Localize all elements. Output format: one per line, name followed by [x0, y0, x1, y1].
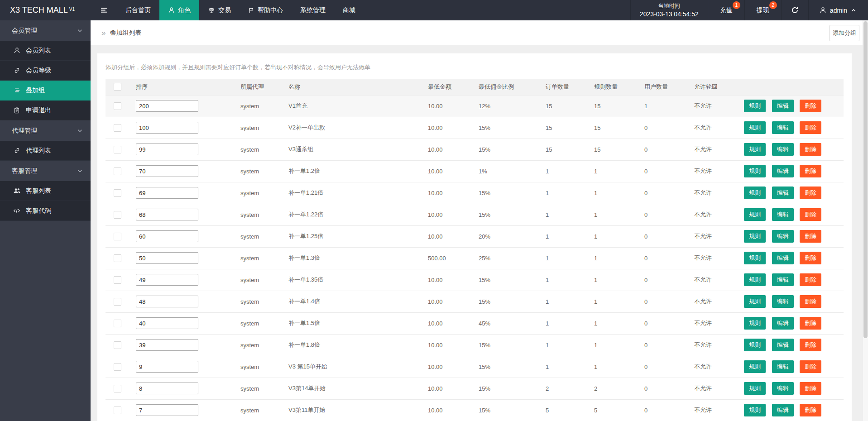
delete-button[interactable]: 删除 [800, 208, 821, 221]
sidebar-item-service-code[interactable]: 客服代码 [0, 201, 91, 221]
row-checkbox[interactable] [114, 407, 121, 414]
rule-button[interactable]: 规则 [744, 187, 766, 199]
edit-button[interactable]: 编辑 [772, 187, 794, 199]
nav-item-home[interactable]: 后台首页 [117, 0, 159, 20]
add-group-button[interactable]: 添加分组 [830, 25, 859, 41]
rule-button[interactable]: 规则 [744, 208, 766, 221]
delete-button[interactable]: 删除 [800, 382, 821, 395]
sort-input[interactable] [136, 252, 198, 264]
sidebar-group-member-mgmt[interactable]: 会员管理 [0, 20, 91, 41]
delete-button[interactable]: 删除 [800, 187, 821, 199]
edit-button[interactable]: 编辑 [772, 143, 794, 156]
rule-button[interactable]: 规则 [744, 252, 766, 264]
rule-button[interactable]: 规则 [744, 273, 766, 286]
row-checkbox[interactable] [114, 276, 121, 284]
sort-input[interactable] [136, 361, 198, 373]
row-checkbox[interactable] [114, 254, 121, 262]
nav-item-system[interactable]: 系统管理 [292, 0, 334, 20]
hamburger-icon[interactable] [91, 0, 117, 20]
edit-button[interactable]: 编辑 [772, 295, 794, 308]
row-checkbox[interactable] [114, 167, 121, 175]
sort-input[interactable] [136, 187, 198, 199]
scrollbar-thumb[interactable] [863, 21, 868, 338]
edit-button[interactable]: 编辑 [772, 273, 794, 286]
row-checkbox[interactable] [114, 146, 121, 153]
edit-button[interactable]: 编辑 [772, 121, 794, 134]
delete-button[interactable]: 删除 [800, 404, 821, 416]
row-checkbox[interactable] [114, 102, 121, 110]
rule-button[interactable]: 规则 [744, 317, 766, 330]
delete-button[interactable]: 删除 [800, 165, 821, 177]
sidebar-group-service-mgmt[interactable]: 客服管理 [0, 161, 91, 181]
withdraw-button[interactable]: 提现 2 [744, 0, 781, 20]
row-checkbox[interactable] [114, 320, 121, 327]
delete-button[interactable]: 删除 [800, 252, 821, 264]
delete-button[interactable]: 删除 [800, 273, 821, 286]
sidebar-item-stack-group[interactable]: 叠加组 [0, 81, 91, 100]
sidebar-item-member-level[interactable]: 会员等级 [0, 61, 91, 81]
row-checkbox[interactable] [114, 363, 121, 371]
refresh-icon[interactable] [781, 0, 808, 20]
sort-input[interactable] [136, 209, 198, 220]
sort-input[interactable] [136, 404, 198, 416]
rule-button[interactable]: 规则 [744, 143, 766, 156]
agent-cell: system [240, 356, 288, 378]
delete-button[interactable]: 删除 [800, 295, 821, 308]
sidebar-item-agent-list[interactable]: 代理列表 [0, 141, 91, 161]
edit-button[interactable]: 编辑 [772, 208, 794, 221]
sort-input[interactable] [136, 122, 198, 134]
sort-input[interactable] [136, 230, 198, 242]
rule-button[interactable]: 规则 [744, 295, 766, 308]
sort-input[interactable] [136, 317, 198, 329]
row-checkbox[interactable] [114, 189, 121, 197]
edit-button[interactable]: 编辑 [772, 317, 794, 330]
row-checkbox[interactable] [114, 385, 121, 392]
delete-button[interactable]: 删除 [800, 360, 821, 373]
sort-input[interactable] [136, 100, 198, 112]
edit-button[interactable]: 编辑 [772, 252, 794, 264]
row-checkbox[interactable] [114, 298, 121, 306]
rule-button[interactable]: 规则 [744, 121, 766, 134]
edit-button[interactable]: 编辑 [772, 165, 794, 177]
sort-input[interactable] [136, 274, 198, 286]
nav-item-trade[interactable]: 交易 [199, 0, 240, 20]
nav-item-role[interactable]: 角色 [159, 0, 199, 20]
rule-button[interactable]: 规则 [744, 382, 766, 395]
sort-input[interactable] [136, 144, 198, 155]
rule-button[interactable]: 规则 [744, 404, 766, 416]
nav-item-help[interactable]: 帮助中心 [240, 0, 292, 20]
rule-button[interactable]: 规则 [744, 100, 766, 112]
row-checkbox[interactable] [114, 341, 121, 349]
delete-button[interactable]: 删除 [800, 121, 821, 134]
edit-button[interactable]: 编辑 [772, 100, 794, 112]
rule-button[interactable]: 规则 [744, 165, 766, 177]
edit-button[interactable]: 编辑 [772, 382, 794, 395]
sidebar-item-member-list[interactable]: 会员列表 [0, 41, 91, 61]
sort-input[interactable] [136, 296, 198, 307]
nav-item-mall[interactable]: 商城 [334, 0, 364, 20]
row-checkbox[interactable] [114, 124, 121, 132]
rule-button[interactable]: 规则 [744, 339, 766, 351]
delete-button[interactable]: 删除 [800, 100, 821, 112]
delete-button[interactable]: 删除 [800, 339, 821, 351]
delete-button[interactable]: 删除 [800, 143, 821, 156]
edit-button[interactable]: 编辑 [772, 339, 794, 351]
recharge-button[interactable]: 充值 1 [708, 0, 744, 20]
sort-input[interactable] [136, 339, 198, 351]
edit-button[interactable]: 编辑 [772, 404, 794, 416]
admin-menu[interactable]: admin [808, 0, 868, 20]
delete-button[interactable]: 删除 [800, 230, 821, 243]
row-checkbox[interactable] [114, 233, 121, 240]
sort-input[interactable] [136, 383, 198, 394]
rule-button[interactable]: 规则 [744, 360, 766, 373]
sort-input[interactable] [136, 165, 198, 177]
delete-button[interactable]: 删除 [800, 317, 821, 330]
sidebar-item-service-list[interactable]: 客服列表 [0, 181, 91, 201]
edit-button[interactable]: 编辑 [772, 360, 794, 373]
sidebar-group-agent-mgmt[interactable]: 代理管理 [0, 120, 91, 141]
rule-button[interactable]: 规则 [744, 230, 766, 243]
select-all-checkbox[interactable] [114, 83, 121, 91]
edit-button[interactable]: 编辑 [772, 230, 794, 243]
sidebar-item-apply-exit[interactable]: 申请退出 [0, 100, 91, 120]
row-checkbox[interactable] [114, 211, 121, 219]
